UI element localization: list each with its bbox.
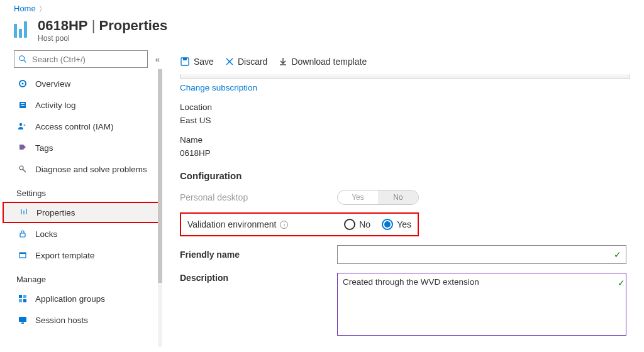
- collapse-sidebar-button[interactable]: «: [153, 52, 162, 67]
- page-title: 0618HP | Properties: [38, 18, 167, 34]
- svg-rect-17: [19, 253, 26, 254]
- personal-desktop-yes: Yes: [338, 190, 378, 204]
- svg-point-3: [22, 83, 24, 85]
- svg-rect-22: [19, 317, 26, 322]
- overview-icon: [16, 79, 29, 88]
- personal-desktop-toggle: Yes No: [337, 190, 419, 205]
- svg-rect-13: [23, 211, 25, 214]
- sidebar-item-locks[interactable]: Locks: [14, 223, 162, 245]
- iam-icon: [16, 122, 29, 131]
- sidebar-item-iam[interactable]: Access control (IAM): [14, 116, 162, 137]
- svg-rect-14: [26, 209, 27, 214]
- save-button[interactable]: Save: [180, 57, 214, 67]
- svg-point-0: [19, 56, 25, 61]
- change-subscription-link[interactable]: Change subscription: [180, 83, 257, 92]
- toolbar: Save Discard Download template: [180, 49, 630, 74]
- breadcrumb: Home 〉: [0, 0, 644, 15]
- sidebar-item-properties[interactable]: Properties: [3, 202, 162, 223]
- sidebar-item-export-template[interactable]: Export template: [14, 245, 162, 266]
- validation-env-label: Validation environment: [187, 219, 276, 229]
- svg-rect-21: [23, 299, 26, 302]
- name-value: 0618HP: [180, 148, 630, 158]
- name-label: Name: [180, 135, 630, 145]
- breadcrumb-home[interactable]: Home: [14, 4, 36, 13]
- configuration-heading: Configuration: [180, 170, 630, 181]
- sidebar-item-application-groups[interactable]: Application groups: [14, 288, 162, 309]
- chevron-right-icon: 〉: [38, 5, 47, 13]
- tags-icon: [16, 143, 29, 152]
- personal-desktop-label: Personal desktop: [180, 192, 337, 202]
- validation-env-yes[interactable]: Yes: [382, 219, 411, 230]
- svg-point-7: [19, 123, 22, 126]
- location-value: East US: [180, 116, 630, 125]
- search-icon: [18, 55, 27, 63]
- page-header: 0618HP | Properties Host pool: [0, 15, 644, 49]
- friendly-name-input[interactable]: [337, 245, 626, 264]
- download-template-button[interactable]: Download template: [279, 57, 367, 67]
- svg-line-1: [24, 60, 26, 63]
- main-content: Save Discard Download template Change su…: [162, 49, 644, 347]
- save-icon: [180, 57, 190, 67]
- search-input[interactable]: [31, 54, 143, 65]
- svg-rect-6: [21, 105, 25, 106]
- diagnose-icon: [16, 165, 29, 173]
- description-input[interactable]: [337, 273, 626, 336]
- check-icon: ✓: [614, 250, 621, 260]
- svg-rect-18: [19, 295, 22, 298]
- svg-rect-25: [183, 58, 187, 60]
- sidebar-scrollbar[interactable]: [158, 69, 162, 347]
- svg-rect-12: [21, 209, 22, 214]
- svg-rect-19: [23, 295, 26, 298]
- check-icon: ✓: [618, 278, 625, 288]
- sidebar-item-diagnose[interactable]: Diagnose and solve problems: [14, 158, 162, 180]
- sidebar-item-session-hosts[interactable]: Session hosts: [14, 309, 162, 331]
- hostpool-icon: [14, 20, 31, 38]
- resource-type: Host pool: [38, 34, 167, 43]
- svg-rect-20: [19, 299, 22, 302]
- discard-icon: [225, 57, 234, 66]
- appgroups-icon: [16, 294, 29, 303]
- sidebar-item-overview[interactable]: Overview: [14, 73, 162, 94]
- svg-rect-5: [21, 103, 25, 104]
- sidebar-section-settings: Settings: [14, 180, 162, 202]
- svg-marker-9: [19, 145, 26, 150]
- svg-rect-15: [20, 233, 25, 237]
- validation-env-no[interactable]: No: [344, 219, 370, 230]
- lock-icon: [16, 229, 29, 238]
- svg-line-11: [23, 169, 26, 172]
- sessionhosts-icon: [16, 316, 29, 324]
- sidebar: « Overview Activity log Access control (…: [0, 49, 162, 347]
- export-icon: [16, 251, 29, 260]
- sidebar-item-activity-log[interactable]: Activity log: [14, 94, 162, 116]
- properties-icon: [18, 208, 30, 217]
- validation-environment-row: Validation environment i No Yes: [180, 212, 419, 236]
- download-icon: [279, 57, 287, 66]
- personal-desktop-no: No: [378, 190, 418, 204]
- sidebar-search[interactable]: [14, 50, 148, 68]
- info-icon[interactable]: i: [280, 221, 288, 229]
- svg-point-8: [24, 124, 26, 126]
- sidebar-item-tags[interactable]: Tags: [14, 137, 162, 158]
- discard-button[interactable]: Discard: [225, 57, 267, 67]
- description-label: Description: [180, 273, 337, 283]
- friendly-name-label: Friendly name: [180, 250, 337, 260]
- collapsed-field[interactable]: [180, 74, 630, 79]
- sidebar-section-manage: Manage: [14, 266, 162, 288]
- location-label: Location: [180, 102, 630, 112]
- activity-log-icon: [16, 101, 29, 109]
- svg-rect-23: [21, 322, 24, 324]
